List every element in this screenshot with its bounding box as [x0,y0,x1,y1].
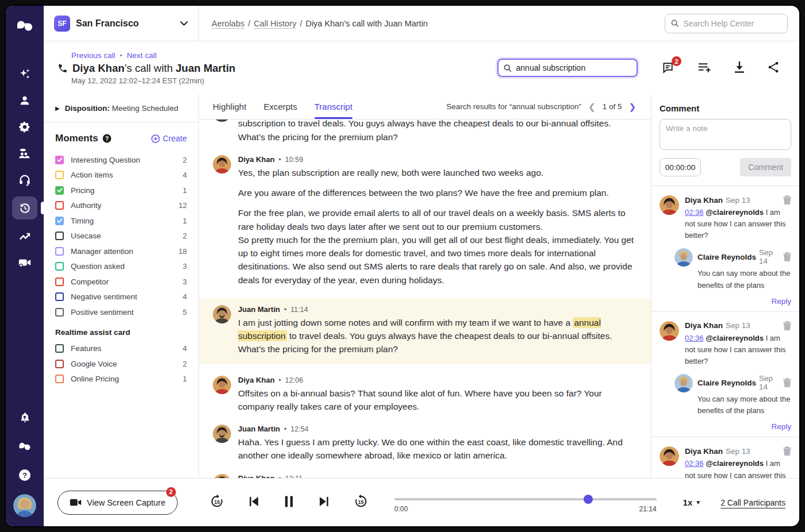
create-moment-button[interactable]: Create [151,134,187,143]
pause-button[interactable] [284,495,294,510]
help-search[interactable] [665,14,788,33]
moment-row[interactable]: Action items4 [55,168,187,183]
moment-row[interactable]: Pricing1 [55,183,187,198]
delete-comment-icon[interactable] [783,446,791,456]
seek-thumb[interactable] [584,495,593,504]
transcript-search[interactable] [497,59,638,77]
rail-item-notifications[interactable] [12,408,37,427]
search-prev-button[interactable]: ❮ [587,102,597,112]
moment-checkbox[interactable] [55,201,64,210]
rail-item-coaching[interactable] [12,144,37,163]
moment-checkbox[interactable] [55,156,64,164]
moment-row[interactable]: Positive sentiment5 [55,304,187,320]
moment-checkbox[interactable] [55,247,64,256]
moment-row[interactable]: Usecase2 [55,229,187,244]
moment-row[interactable]: Manager attention18 [55,244,187,259]
playback-speed-selector[interactable]: 1x▼ [683,498,702,507]
rail-item-contacts[interactable] [12,91,37,110]
note-input[interactable] [660,119,791,150]
moment-checkbox[interactable] [55,277,64,286]
comment-author: Diya Khan [685,196,723,205]
timestamp-input[interactable] [660,158,701,176]
view-screen-capture-button[interactable]: View Screen Capture 2 [57,491,178,515]
rail-item-ai-sparkles[interactable] [12,64,37,84]
jump-back-15-button[interactable]: 15 [210,494,224,511]
disposition-row[interactable]: ▶ Disposition: Meeting Scheduled [44,94,198,122]
call-participants-link[interactable]: 2 Call Participants [720,498,785,507]
transcript-message[interactable]: I am just jotting down some notes and wi… [213,119,637,144]
download-button[interactable] [734,61,745,75]
moment-checkbox[interactable] [55,262,64,271]
help-search-input[interactable] [683,19,781,28]
breadcrumb-aerolabs[interactable]: Aerolabs [212,19,244,28]
breadcrumb-call-history[interactable]: Call History [254,19,296,28]
moment-count: 3 [183,262,187,271]
team-selector[interactable]: SF San Francisco [44,6,199,41]
reply-text: You can say more about the benefits of t… [697,268,791,291]
next-call-link[interactable]: Next call [126,51,156,60]
search-next-button[interactable]: ❯ [627,102,637,112]
delete-comment-icon[interactable] [783,378,791,387]
moment-checkbox[interactable] [55,375,64,383]
rail-item-settings[interactable] [12,117,37,137]
reply-button[interactable]: Reply [660,297,791,306]
speaker-name: Diya Khan [238,474,275,479]
transcript-message-highlighted[interactable]: Juan Martin • 11:14I am just jotting dow… [199,298,651,364]
comment-submit-button[interactable]: Comment [740,158,791,176]
tab-highlight[interactable]: Highlight [213,94,246,119]
transcript-message[interactable]: Diya Khan • 10:59Yes, the plan subscript… [213,155,637,287]
moment-checkbox[interactable] [55,360,64,368]
seek-bar[interactable]: 0:00 21:14 [394,492,657,513]
moment-row[interactable]: Features4 [55,341,187,357]
transcript-scroll-area[interactable]: I am just jotting down some notes and wi… [199,119,651,478]
rail-item-meetings[interactable] [12,253,37,272]
reply-button[interactable]: Reply [660,422,791,431]
comment-timestamp-link[interactable]: 02:36 [685,208,704,217]
moment-checkbox[interactable] [55,292,64,301]
rail-item-support-headset[interactable] [12,170,37,190]
moment-count: 2 [183,360,187,368]
comment-timestamp-link[interactable]: 02:36 [685,459,704,468]
delete-comment-icon[interactable] [783,252,791,261]
moment-row[interactable]: Negative sentiment4 [55,290,187,305]
moment-row[interactable]: Competitor3 [55,274,187,290]
moment-row[interactable]: Timing1 [55,213,187,229]
tab-excerpts[interactable]: Excerpts [263,94,297,119]
user-avatar[interactable] [13,494,36,517]
transcript-message[interactable]: Diya Khan • 12:06Offsites on a bi-annual… [213,376,637,414]
previous-call-link[interactable]: Previous call [71,51,116,60]
moment-row[interactable]: Interesting Question2 [55,152,187,168]
moment-row[interactable]: Authority12 [55,198,187,214]
moment-row[interactable]: Online Pricing1 [55,372,187,387]
moment-checkbox[interactable] [55,344,64,353]
rail-item-dialpad-mini[interactable] [12,437,37,456]
rail-item-call-history[interactable] [12,196,37,219]
delete-comment-icon[interactable] [783,321,791,330]
transcript-search-input[interactable] [516,63,631,72]
moment-checkbox[interactable] [55,171,64,179]
comment-mention: @clairereynolds [706,459,764,468]
jump-forward-15-button[interactable]: 15 [354,494,368,511]
transcript-message[interactable]: Juan Martin • 12:54Haha. Yes I guess I a… [213,425,637,462]
caret-down-icon: ▼ [695,499,701,506]
moment-checkbox[interactable] [55,308,64,317]
reply-date: Sep 14 [759,374,783,391]
previous-button[interactable] [248,496,260,510]
moment-checkbox[interactable] [55,186,64,195]
transcript-message[interactable]: Diya Khan • 13:11That sounds amazing. I’… [213,474,637,479]
rail-item-help[interactable]: ? [12,465,37,485]
seek-track[interactable] [394,498,657,500]
comments-toggle-button[interactable]: 2 [662,61,676,75]
moment-checkbox[interactable] [55,232,64,240]
delete-comment-icon[interactable] [783,195,791,205]
moment-row[interactable]: Google Voice2 [55,356,187,372]
moment-checkbox[interactable] [55,217,64,225]
next-button[interactable] [318,496,329,510]
rail-item-analytics[interactable] [12,226,37,246]
moment-row[interactable]: Question asked3 [55,259,187,275]
dialpad-logo-icon [16,20,33,32]
add-to-playlist-button[interactable] [697,61,712,75]
tab-transcript[interactable]: Transcript [315,94,352,119]
share-button[interactable] [767,61,780,75]
comment-timestamp-link[interactable]: 02:36 [685,334,704,342]
